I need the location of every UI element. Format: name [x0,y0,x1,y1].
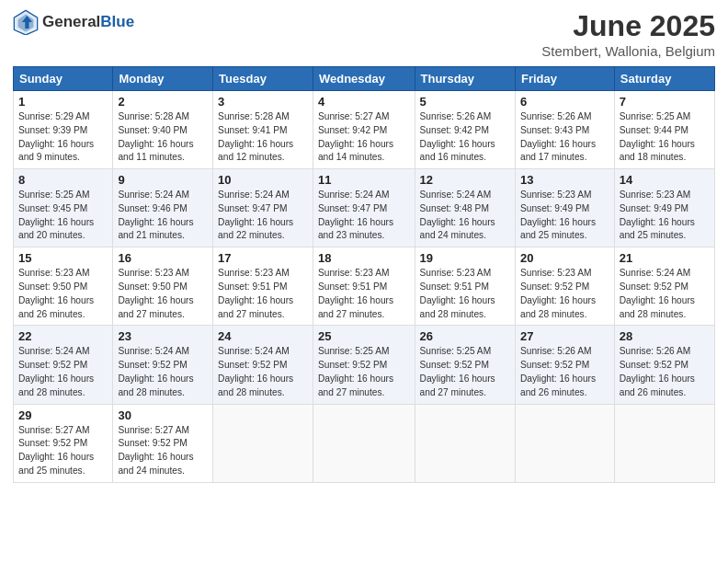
title-section: June 2025 Stembert, Wallonia, Belgium [541,9,715,59]
calendar-cell: 23Sunrise: 5:24 AM Sunset: 9:52 PM Dayli… [113,326,213,404]
calendar-cell: 26Sunrise: 5:25 AM Sunset: 9:52 PM Dayli… [415,326,515,404]
day-info: Sunrise: 5:28 AM Sunset: 9:40 PM Dayligh… [118,110,208,165]
calendar-cell: 15Sunrise: 5:23 AM Sunset: 9:50 PM Dayli… [14,247,113,326]
day-info: Sunrise: 5:23 AM Sunset: 9:51 PM Dayligh… [318,267,410,321]
day-info: Sunrise: 5:23 AM Sunset: 9:51 PM Dayligh… [420,267,510,321]
day-number: 23 [118,329,208,343]
day-info: Sunrise: 5:24 AM Sunset: 9:47 PM Dayligh… [218,189,308,243]
col-tuesday: Tuesday [213,67,313,91]
calendar-cell: 13Sunrise: 5:23 AM Sunset: 9:49 PM Dayli… [515,169,614,247]
day-number: 18 [318,251,410,265]
day-number: 2 [118,95,208,109]
calendar-cell [614,404,714,482]
day-number: 14 [620,173,710,187]
day-number: 5 [420,95,510,109]
calendar-cell: 28Sunrise: 5:26 AM Sunset: 9:52 PM Dayli… [614,326,714,404]
day-number: 21 [620,251,710,265]
day-info: Sunrise: 5:26 AM Sunset: 9:42 PM Dayligh… [420,110,510,165]
day-number: 3 [218,95,308,109]
calendar-cell: 9Sunrise: 5:24 AM Sunset: 9:46 PM Daylig… [113,169,213,247]
calendar-cell: 29Sunrise: 5:27 AM Sunset: 9:52 PM Dayli… [14,404,113,482]
day-number: 22 [18,329,108,343]
page-header: GeneralBlue June 2025 Stembert, Wallonia… [13,9,715,59]
calendar-week-1: 8Sunrise: 5:25 AM Sunset: 9:45 PM Daylig… [14,169,715,247]
day-info: Sunrise: 5:24 AM Sunset: 9:48 PM Dayligh… [420,189,510,243]
day-number: 12 [420,173,510,187]
day-number: 28 [620,329,710,343]
calendar-cell: 27Sunrise: 5:26 AM Sunset: 9:52 PM Dayli… [515,326,614,404]
calendar-table: Sunday Monday Tuesday Wednesday Thursday… [13,66,715,483]
day-number: 8 [18,173,108,187]
calendar-cell [213,404,313,482]
day-info: Sunrise: 5:23 AM Sunset: 9:50 PM Dayligh… [118,267,208,321]
col-sunday: Sunday [14,67,113,91]
day-number: 11 [318,173,410,187]
day-number: 10 [218,173,308,187]
day-number: 30 [118,408,208,422]
calendar-cell: 3Sunrise: 5:28 AM Sunset: 9:41 PM Daylig… [213,91,313,169]
calendar-cell: 19Sunrise: 5:23 AM Sunset: 9:51 PM Dayli… [415,247,515,326]
day-info: Sunrise: 5:25 AM Sunset: 9:52 PM Dayligh… [318,345,410,399]
logo-blue: Blue [100,13,134,30]
logo-general: General [42,13,100,30]
day-number: 4 [318,95,410,109]
day-number: 1 [18,95,108,109]
calendar-cell: 24Sunrise: 5:24 AM Sunset: 9:52 PM Dayli… [213,326,313,404]
day-info: Sunrise: 5:23 AM Sunset: 9:52 PM Dayligh… [520,267,609,321]
day-number: 19 [420,251,510,265]
day-number: 13 [520,173,609,187]
day-info: Sunrise: 5:28 AM Sunset: 9:41 PM Dayligh… [218,110,308,165]
day-number: 29 [18,408,108,422]
day-info: Sunrise: 5:24 AM Sunset: 9:46 PM Dayligh… [118,189,208,243]
calendar-cell: 22Sunrise: 5:24 AM Sunset: 9:52 PM Dayli… [14,326,113,404]
day-number: 26 [420,329,510,343]
calendar-cell: 16Sunrise: 5:23 AM Sunset: 9:50 PM Dayli… [113,247,213,326]
calendar-cell: 6Sunrise: 5:26 AM Sunset: 9:43 PM Daylig… [515,91,614,169]
calendar-cell: 21Sunrise: 5:24 AM Sunset: 9:52 PM Dayli… [614,247,714,326]
calendar-cell [415,404,515,482]
month-title: June 2025 [541,9,715,43]
day-number: 25 [318,329,410,343]
day-info: Sunrise: 5:27 AM Sunset: 9:52 PM Dayligh… [118,424,208,478]
day-info: Sunrise: 5:23 AM Sunset: 9:50 PM Dayligh… [18,267,108,321]
col-wednesday: Wednesday [313,67,415,91]
calendar-week-0: 1Sunrise: 5:29 AM Sunset: 9:39 PM Daylig… [14,91,715,169]
calendar-week-3: 22Sunrise: 5:24 AM Sunset: 9:52 PM Dayli… [14,326,715,404]
calendar-cell: 30Sunrise: 5:27 AM Sunset: 9:52 PM Dayli… [113,404,213,482]
day-info: Sunrise: 5:24 AM Sunset: 9:52 PM Dayligh… [620,267,710,321]
calendar-cell: 5Sunrise: 5:26 AM Sunset: 9:42 PM Daylig… [415,91,515,169]
calendar-cell: 4Sunrise: 5:27 AM Sunset: 9:42 PM Daylig… [313,91,415,169]
logo-icon [13,9,39,35]
day-number: 27 [520,329,609,343]
day-number: 24 [218,329,308,343]
day-info: Sunrise: 5:26 AM Sunset: 9:52 PM Dayligh… [620,345,710,399]
col-saturday: Saturday [614,67,714,91]
day-info: Sunrise: 5:23 AM Sunset: 9:49 PM Dayligh… [620,189,710,243]
day-info: Sunrise: 5:24 AM Sunset: 9:52 PM Dayligh… [18,345,108,399]
day-info: Sunrise: 5:25 AM Sunset: 9:52 PM Dayligh… [420,345,510,399]
day-number: 7 [620,95,710,109]
day-info: Sunrise: 5:27 AM Sunset: 9:42 PM Dayligh… [318,110,410,165]
day-info: Sunrise: 5:29 AM Sunset: 9:39 PM Dayligh… [18,110,108,165]
day-info: Sunrise: 5:24 AM Sunset: 9:52 PM Dayligh… [118,345,208,399]
calendar-cell: 11Sunrise: 5:24 AM Sunset: 9:47 PM Dayli… [313,169,415,247]
calendar-cell [313,404,415,482]
day-number: 20 [520,251,609,265]
calendar-header-row: Sunday Monday Tuesday Wednesday Thursday… [14,67,715,91]
col-thursday: Thursday [415,67,515,91]
calendar-cell: 1Sunrise: 5:29 AM Sunset: 9:39 PM Daylig… [14,91,113,169]
page-container: GeneralBlue June 2025 Stembert, Wallonia… [0,0,728,563]
col-monday: Monday [113,67,213,91]
calendar-cell: 12Sunrise: 5:24 AM Sunset: 9:48 PM Dayli… [415,169,515,247]
calendar-cell: 2Sunrise: 5:28 AM Sunset: 9:40 PM Daylig… [113,91,213,169]
day-info: Sunrise: 5:25 AM Sunset: 9:44 PM Dayligh… [620,110,710,165]
day-number: 17 [218,251,308,265]
day-info: Sunrise: 5:26 AM Sunset: 9:43 PM Dayligh… [520,110,609,165]
day-info: Sunrise: 5:26 AM Sunset: 9:52 PM Dayligh… [520,345,609,399]
calendar-cell: 7Sunrise: 5:25 AM Sunset: 9:44 PM Daylig… [614,91,714,169]
calendar-cell: 8Sunrise: 5:25 AM Sunset: 9:45 PM Daylig… [14,169,113,247]
col-friday: Friday [515,67,614,91]
calendar-cell: 17Sunrise: 5:23 AM Sunset: 9:51 PM Dayli… [213,247,313,326]
calendar-cell: 20Sunrise: 5:23 AM Sunset: 9:52 PM Dayli… [515,247,614,326]
day-number: 15 [18,251,108,265]
